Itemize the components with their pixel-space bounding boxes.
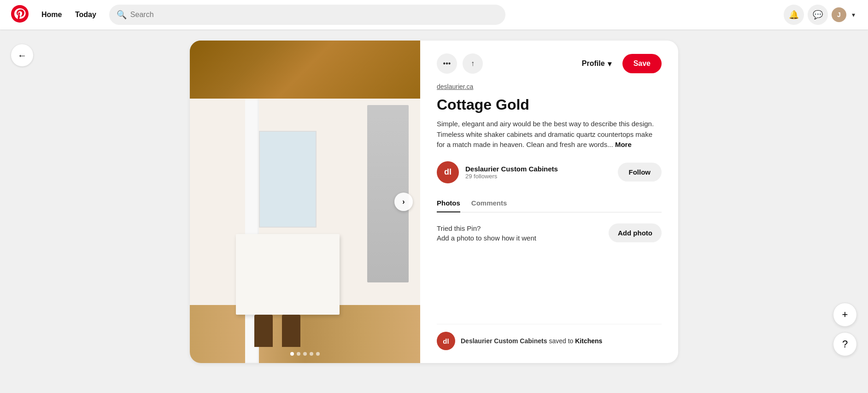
pin-card: › ••• ↑ Profile <box>190 41 678 363</box>
chat-icon: 💬 <box>813 10 823 20</box>
read-more-link[interactable]: More <box>615 141 632 148</box>
floating-help-button[interactable]: ? <box>833 332 857 356</box>
pin-source-link[interactable]: deslaurier.ca <box>437 83 662 90</box>
carousel-dot-1[interactable] <box>290 352 294 356</box>
kitchen-image <box>190 41 420 363</box>
saved-row: dl Deslaurier Custom Cabinets saved to K… <box>437 324 662 350</box>
plus-icon: + <box>842 309 848 321</box>
kitchen-stool-2 <box>282 315 300 347</box>
carousel-dot-3[interactable] <box>303 352 307 356</box>
try-pin-title: Tried this Pin? <box>437 223 536 233</box>
author-followers: 29 followers <box>465 173 611 180</box>
author-row: dl Deslaurier Custom Cabinets 29 followe… <box>437 161 662 183</box>
pin-toolbar: ••• ↑ Profile ▾ Save <box>437 53 662 74</box>
more-options-button[interactable]: ••• <box>437 53 457 74</box>
svg-point-0 <box>11 5 29 23</box>
saved-to-preposition: saved to <box>549 337 573 345</box>
main-content: ← › <box>0 29 868 374</box>
saved-text: Deslaurier Custom Cabinets saved to Kitc… <box>461 337 602 345</box>
profile-dropdown-button[interactable]: Profile ▾ <box>576 56 617 72</box>
chevron-right-icon: › <box>402 198 405 206</box>
share-button[interactable]: ↑ <box>463 53 483 74</box>
search-icon: 🔍 <box>117 10 127 20</box>
author-avatar[interactable]: dl <box>437 161 459 183</box>
floating-buttons: + ? <box>833 303 857 356</box>
profile-label: Profile <box>582 59 605 68</box>
search-input[interactable] <box>130 11 498 19</box>
floating-add-button[interactable]: + <box>833 303 857 327</box>
kitchen-window <box>259 131 317 228</box>
kitchen-island <box>236 234 340 315</box>
pin-description: Simple, elegant and airy would be the be… <box>437 119 662 150</box>
saved-by-name: Deslaurier Custom Cabinets <box>461 337 547 345</box>
nav-today[interactable]: Today <box>70 7 102 22</box>
more-icon: ••• <box>443 59 451 68</box>
header-right: 🔔 💬 J ▾ <box>784 5 857 25</box>
saved-avatar[interactable]: dl <box>437 332 455 350</box>
pinterest-logo[interactable] <box>11 5 29 24</box>
nav-home[interactable]: Home <box>36 7 67 22</box>
tab-comments[interactable]: Comments <box>471 194 507 212</box>
carousel-dot-5[interactable] <box>316 352 320 356</box>
pin-content: ••• ↑ Profile ▾ Save deslaurier.ca Cotta… <box>420 41 678 363</box>
carousel-dot-4[interactable] <box>310 352 313 356</box>
header: Home Today 🔍 🔔 💬 J ▾ <box>0 0 868 29</box>
tab-photos[interactable]: Photos <box>437 194 460 212</box>
pin-title: Cottage Gold <box>437 96 662 113</box>
bell-icon: 🔔 <box>789 10 799 20</box>
user-menu-chevron[interactable]: ▾ <box>850 9 857 20</box>
messages-button[interactable]: 💬 <box>808 5 828 25</box>
search-bar: 🔍 <box>109 5 505 25</box>
save-button[interactable]: Save <box>622 54 662 73</box>
notifications-button[interactable]: 🔔 <box>784 5 804 25</box>
carousel-dots <box>290 352 320 356</box>
dropdown-chevron-icon: ▾ <box>608 59 611 68</box>
try-pin-subtitle: Add a photo to show how it went <box>437 233 536 243</box>
user-avatar-button[interactable]: J <box>832 7 846 22</box>
carousel-dot-2[interactable] <box>297 352 300 356</box>
share-icon: ↑ <box>471 59 475 68</box>
try-pin-text: Tried this Pin? Add a photo to show how … <box>437 223 536 243</box>
add-photo-button[interactable]: Add photo <box>609 223 662 242</box>
kitchen-stool-1 <box>254 315 273 347</box>
help-icon: ? <box>842 338 848 350</box>
main-nav: Home Today <box>36 11 102 19</box>
author-name: Deslaurier Custom Cabinets <box>465 165 611 173</box>
pin-tabs: Photos Comments <box>437 194 662 212</box>
pin-image-area: › <box>190 41 420 363</box>
try-pin-section: Tried this Pin? Add a photo to show how … <box>437 223 662 243</box>
back-icon: ← <box>18 50 27 61</box>
author-info: Deslaurier Custom Cabinets 29 followers <box>465 165 611 180</box>
saved-board-link[interactable]: Kitchens <box>575 337 602 345</box>
carousel-next-button[interactable]: › <box>394 193 413 211</box>
follow-button[interactable]: Follow <box>618 163 662 182</box>
back-button[interactable]: ← <box>11 44 33 66</box>
